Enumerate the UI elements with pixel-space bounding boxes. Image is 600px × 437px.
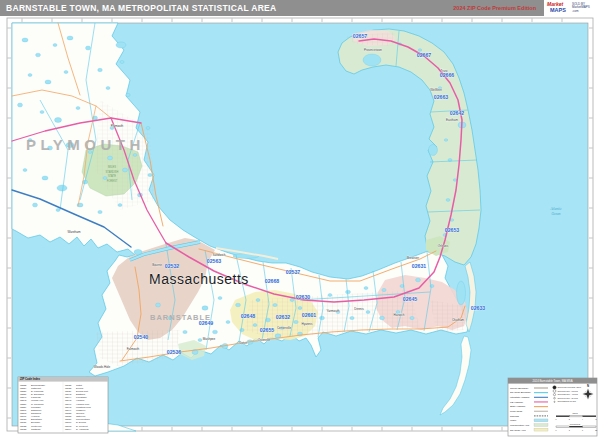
town-label: Cotuit	[239, 341, 247, 345]
zip-index-zip: 02563	[20, 412, 27, 414]
zip-index-name: Hyannis	[31, 415, 40, 417]
zip-index-zip: 02540	[20, 396, 27, 398]
zip-index-name: Forestdale	[76, 396, 88, 398]
zip-index-name: Falmouth	[31, 396, 41, 398]
pond	[118, 204, 122, 207]
legend-item-label: Local Road	[510, 410, 523, 413]
pond	[18, 103, 23, 107]
zip-index-name: Cotuit	[76, 384, 82, 386]
svg-text:8: 8	[596, 418, 597, 420]
zip-index-name: S. Yarmouth	[76, 428, 89, 430]
zip-label-02663: 02663	[434, 94, 449, 100]
pond	[256, 299, 260, 302]
legend-item-label: US Highway	[510, 401, 524, 404]
town-label: Osterville	[258, 338, 271, 342]
edition-label: 2024 ZIP Code Premium Edition	[453, 5, 536, 11]
legend-item-label: Railroad	[510, 415, 520, 418]
pond	[36, 53, 41, 57]
town-label: Wareham	[68, 230, 81, 234]
zip-label-02648: 02648	[241, 313, 256, 319]
pond	[45, 80, 51, 84]
zip-index-zip: 02655	[65, 415, 72, 417]
city-symbol	[553, 394, 555, 396]
town-label: Brewster	[407, 256, 419, 260]
zip-index-name: Woods Hole	[31, 399, 44, 401]
pond	[22, 38, 28, 42]
brand-logo: Market MAPS	[546, 1, 572, 15]
pond	[108, 156, 113, 160]
pond	[133, 154, 137, 157]
pond	[53, 44, 57, 47]
forest-label: STATE	[108, 174, 116, 178]
forest-label: MILES	[108, 165, 116, 169]
zip-index-title: ZIP Code Index	[20, 377, 41, 381]
ocean-label: Ocean	[551, 212, 560, 216]
pond	[226, 321, 230, 324]
title-bar: BARNSTABLE TOWN, MA METROPOLITAN STATIST…	[0, 0, 600, 16]
pond	[410, 316, 414, 319]
zip-label-02633: 02633	[471, 305, 486, 311]
town-label: Plymouth	[111, 124, 124, 128]
zip-label-02642: 02642	[450, 110, 465, 116]
town-label: Woods Hole	[94, 365, 111, 369]
pond	[23, 169, 27, 172]
ocean-label: Atlantic	[549, 207, 562, 211]
zip-label-02536: 02536	[167, 349, 182, 355]
zip-label-02666: 02666	[440, 72, 455, 78]
pond	[453, 179, 457, 182]
brand-tagline: SOLD BY MarketMAPS .com	[572, 3, 590, 13]
pond	[134, 249, 142, 254]
pond	[57, 185, 67, 191]
zip-label-02563: 02563	[207, 258, 222, 264]
legend-swatch	[534, 419, 548, 422]
legend-item-label: ZIP Code Area	[510, 429, 526, 432]
pond	[290, 299, 294, 302]
zip-index-name: Provincetown	[76, 418, 91, 420]
zip-index-zip: 02642	[65, 393, 72, 395]
pond	[33, 203, 38, 207]
svg-text:0: 0	[556, 429, 557, 431]
zip-index-zip: 02663	[65, 425, 72, 427]
pond	[350, 316, 354, 319]
pond	[218, 297, 222, 300]
pond	[457, 281, 466, 305]
zip-index-zip: 02561	[20, 409, 27, 411]
legend-item-label: ZIP Code Boundary	[510, 391, 532, 394]
zip-index-name: Dennis Port	[76, 390, 88, 392]
svg-text:12: 12	[595, 429, 597, 431]
city-symbol	[553, 386, 556, 389]
pond	[294, 320, 298, 323]
legend-swatch	[534, 424, 548, 427]
scale-km-label: Kilometers	[570, 423, 581, 425]
zip-index-zip: 02632	[20, 425, 27, 427]
pond	[320, 316, 325, 320]
zip-label-02668: 02668	[265, 278, 280, 284]
zip-label-02645: 02645	[403, 296, 418, 302]
map-page: BARNSTABLE TOWN, MA METROPOLITAN STATIST…	[0, 0, 600, 437]
zip-index-zip: 02543	[20, 399, 27, 401]
pond	[126, 93, 130, 96]
zip-index-zip: 02556	[20, 403, 27, 405]
pond	[183, 330, 187, 333]
town-label: Yarmouth	[327, 309, 340, 313]
zip-index-name: Harwich Port	[76, 403, 90, 405]
zip-index-name: Sagamore	[31, 409, 42, 411]
zip-index-name: Brewster	[31, 421, 40, 423]
pond	[56, 209, 60, 212]
pond	[382, 288, 386, 291]
zip-index-name: E. Sandwich	[31, 393, 44, 395]
pond	[213, 330, 218, 334]
city-symbol	[554, 401, 555, 402]
svg-text:4: 4	[582, 418, 583, 420]
pond	[429, 145, 438, 156]
town-label: Eastham	[446, 118, 458, 122]
zip-index-name: Marstons Mills	[76, 406, 92, 408]
zip-label-02532: 02532	[165, 263, 180, 269]
pond	[55, 118, 62, 123]
legend-title: 2024 Barnstable Town, MA MSA	[532, 379, 572, 383]
svg-text:6: 6	[582, 429, 583, 431]
legend-item-label: State Highway	[510, 405, 526, 408]
town-label: Chatham	[452, 318, 465, 322]
zip-index-name: Sandwich	[31, 412, 42, 414]
pond	[86, 46, 91, 50]
